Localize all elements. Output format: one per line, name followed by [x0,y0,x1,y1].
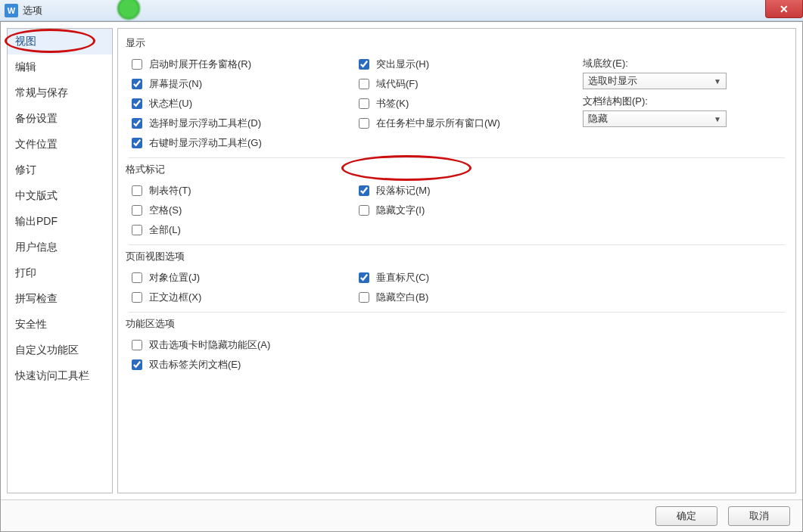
label-field-shading: 域底纹(E): [583,54,785,73]
chevron-down-icon: ▼ [714,77,721,86]
sidebar-item-output-pdf[interactable]: 输出PDF [8,209,112,235]
sidebar-item-print[interactable]: 打印 [8,260,112,286]
group-title-pageview: 页面视图选项 [126,250,785,263]
chk-vertical-ruler[interactable]: 垂直标尺(C) [356,268,575,288]
chk-floating-toolbar-rightclick[interactable]: 右键时显示浮动工具栏(G) [129,133,348,153]
chk-dblclk-close-doc[interactable]: 双击标签关闭文档(E) [129,355,785,375]
green-badge [117,0,140,20]
group-title-display: 显示 [126,36,785,50]
dialog-title: 选项 [23,4,42,17]
chk-taskbar-all-windows[interactable]: 在任务栏中显示所有窗口(W) [356,114,575,133]
chk-text-border[interactable]: 正文边框(X) [129,288,348,307]
chk-hidden-text[interactable]: 隐藏文字(I) [356,201,575,220]
chk-startup-taskpane[interactable]: 启动时展开任务窗格(R) [129,54,348,74]
dialog-titlebar: W 选项 ✕ [0,0,803,21]
chk-floating-toolbar-select[interactable]: 选择时显示浮动工具栏(D) [129,114,348,133]
sidebar-item-general-save[interactable]: 常规与保存 [8,80,112,106]
sidebar-item-view[interactable]: 视图 [8,29,112,54]
group-title-ribbon: 功能区选项 [126,317,785,331]
sidebar: 视图 编辑 常规与保存 备份设置 文件位置 修订 中文版式 输出PDF 用户信息… [7,28,113,493]
chk-highlight[interactable]: 突出显示(H) [356,54,575,74]
chk-bookmarks[interactable]: 书签(K) [356,94,575,114]
combo-field-shading[interactable]: 选取时显示 ▼ [583,73,727,89]
chk-all[interactable]: 全部(L) [129,220,348,240]
chk-hide-whitespace[interactable]: 隐藏空白(B) [356,288,575,307]
label-doc-map: 文档结构图(P): [583,92,785,110]
sidebar-item-security[interactable]: 安全性 [8,312,112,338]
sidebar-item-spell-check[interactable]: 拼写检查 [8,286,112,312]
sidebar-item-quick-access-toolbar[interactable]: 快速访问工具栏 [8,363,112,389]
sidebar-item-file-location[interactable]: 文件位置 [8,132,112,157]
chk-field-codes[interactable]: 域代码(F) [356,74,575,94]
combo-doc-map[interactable]: 隐藏 ▼ [583,110,727,127]
chk-status-bar[interactable]: 状态栏(U) [129,94,348,114]
chk-tab[interactable]: 制表符(T) [129,181,348,201]
close-icon: ✕ [780,3,789,15]
ok-button[interactable]: 确定 [655,506,717,526]
sidebar-item-chinese-layout[interactable]: 中文版式 [8,183,112,209]
close-button[interactable]: ✕ [765,0,803,18]
chevron-down-icon: ▼ [714,115,721,123]
sidebar-item-backup[interactable]: 备份设置 [8,106,112,132]
group-title-format: 格式标记 [126,163,785,176]
chk-dblclk-hide-ribbon[interactable]: 双击选项卡时隐藏功能区(A) [129,335,785,355]
cancel-button[interactable]: 取消 [728,506,790,526]
chk-space[interactable]: 空格(S) [129,201,348,220]
options-panel: 显示 启动时展开任务窗格(R) 屏幕提示(N) 状态栏(U) 选择时显示浮动工具… [117,28,796,493]
chk-paragraph-mark[interactable]: 段落标记(M) [356,181,575,201]
sidebar-item-user-info[interactable]: 用户信息 [8,235,112,260]
dialog-footer: 确定 取消 [1,499,802,531]
chk-screen-tips[interactable]: 屏幕提示(N) [129,74,348,94]
dialog-body: 视图 编辑 常规与保存 备份设置 文件位置 修订 中文版式 输出PDF 用户信息… [0,21,803,532]
sidebar-item-revision[interactable]: 修订 [8,157,112,183]
chk-object-position[interactable]: 对象位置(J) [129,268,348,288]
content-area: 视图 编辑 常规与保存 备份设置 文件位置 修订 中文版式 输出PDF 用户信息… [1,22,802,499]
app-icon: W [5,4,18,17]
sidebar-item-edit[interactable]: 编辑 [8,54,112,80]
sidebar-item-customize-ribbon[interactable]: 自定义功能区 [8,338,112,363]
